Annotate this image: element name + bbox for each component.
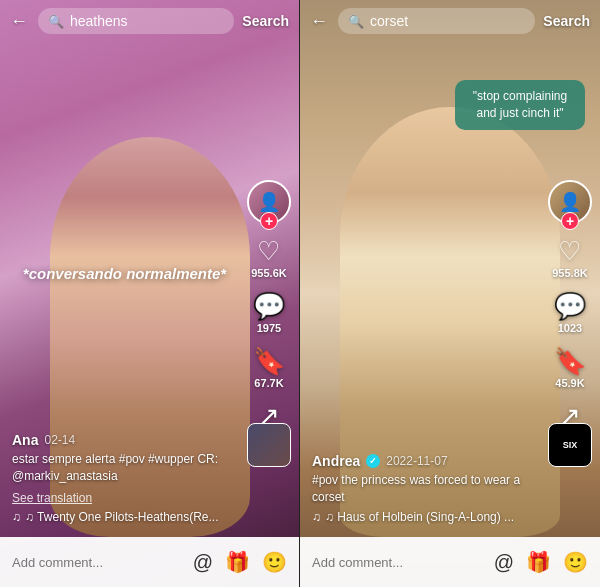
left-back-button[interactable]: ← bbox=[10, 11, 30, 32]
right-header: ← 🔍 corset Search bbox=[300, 0, 600, 42]
right-quote-bubble: "stop complaining and just cinch it" bbox=[455, 80, 585, 130]
right-bookmark-count: 45.9K bbox=[555, 377, 584, 389]
left-center-text: *conversando normalmente* bbox=[10, 264, 239, 284]
right-thumbnail-text: SIX bbox=[563, 440, 578, 451]
right-panel: ← 🔍 corset Search "stop complaining and … bbox=[300, 0, 600, 587]
left-search-button[interactable]: Search bbox=[242, 13, 289, 29]
left-action-bar: 👤 + ♡ 955.6K 💬 1975 🔖 67.7K ↗ 4320 bbox=[247, 180, 291, 444]
left-search-query: heathens bbox=[70, 13, 128, 29]
left-heart-icon: ♡ bbox=[257, 238, 280, 264]
left-bookmark-count: 67.7K bbox=[254, 377, 283, 389]
left-username-row: Ana 02-14 bbox=[12, 432, 232, 448]
left-panel: ← 🔍 heathens Search *conversando normalm… bbox=[0, 0, 300, 587]
right-search-icon: 🔍 bbox=[348, 14, 364, 29]
left-toolbar-icons: @ 🎁 🙂 bbox=[193, 550, 287, 574]
left-at-icon[interactable]: @ bbox=[193, 551, 213, 574]
right-music-text: ♫ Haus of Holbein (Sing-A-Long) ... bbox=[325, 510, 514, 524]
right-verified-badge: ✓ bbox=[366, 454, 380, 468]
right-thumbnail[interactable]: SIX bbox=[548, 423, 592, 467]
left-date: 02-14 bbox=[44, 433, 75, 447]
left-avatar-container[interactable]: 👤 + bbox=[247, 180, 291, 224]
right-music-row: ♫ ♫ Haus of Holbein (Sing-A-Long) ... bbox=[312, 510, 533, 524]
left-bookmark-icon: 🔖 bbox=[253, 348, 285, 374]
left-bottom-toolbar: @ 🎁 🙂 bbox=[0, 537, 299, 587]
left-search-icon: 🔍 bbox=[48, 14, 64, 29]
right-heart-icon: ♡ bbox=[558, 238, 581, 264]
right-music-icon: ♫ bbox=[312, 510, 321, 524]
right-bookmark-button[interactable]: 🔖 45.9K bbox=[554, 348, 586, 389]
left-comment-input[interactable] bbox=[12, 555, 183, 570]
right-toolbar-icons: @ 🎁 🙂 bbox=[494, 550, 588, 574]
right-comment-count: 1023 bbox=[558, 322, 582, 334]
right-search-button[interactable]: Search bbox=[543, 13, 590, 29]
right-comment-icon: 💬 bbox=[554, 293, 586, 319]
right-avatar-container[interactable]: 👤 + bbox=[548, 180, 592, 224]
left-bottom-info: Ana 02-14 estar sempre alerta #pov #wupp… bbox=[0, 424, 244, 532]
right-bottom-toolbar: @ 🎁 🙂 bbox=[300, 537, 600, 587]
right-bottom-info: Andrea ✓ 2022-11-07 #pov the princess wa… bbox=[300, 445, 545, 532]
left-bookmark-button[interactable]: 🔖 67.7K bbox=[253, 348, 285, 389]
right-comment-button[interactable]: 💬 1023 bbox=[554, 293, 586, 334]
left-like-count: 955.6K bbox=[251, 267, 286, 279]
right-date: 2022-11-07 bbox=[386, 454, 447, 468]
right-action-bar: 👤 + ♡ 955.8K 💬 1023 🔖 45.9K ↗ 1363 bbox=[548, 180, 592, 444]
left-gift-icon[interactable]: 🎁 bbox=[225, 550, 250, 574]
right-comment-input[interactable] bbox=[312, 555, 484, 570]
left-emoji-icon[interactable]: 🙂 bbox=[262, 550, 287, 574]
left-header: ← 🔍 heathens Search bbox=[0, 0, 299, 42]
right-username: Andrea bbox=[312, 453, 360, 469]
right-emoji-icon[interactable]: 🙂 bbox=[563, 550, 588, 574]
left-follow-button[interactable]: + bbox=[260, 212, 278, 230]
left-comment-icon: 💬 bbox=[253, 293, 285, 319]
right-follow-button[interactable]: + bbox=[561, 212, 579, 230]
left-comment-count: 1975 bbox=[257, 322, 281, 334]
left-music-icon: ♫ bbox=[12, 510, 21, 524]
left-thumbnail[interactable] bbox=[247, 423, 291, 467]
left-username: Ana bbox=[12, 432, 38, 448]
right-back-button[interactable]: ← bbox=[310, 11, 330, 32]
left-search-bar[interactable]: 🔍 heathens bbox=[38, 8, 234, 34]
left-like-button[interactable]: ♡ 955.6K bbox=[251, 238, 286, 279]
right-search-bar[interactable]: 🔍 corset bbox=[338, 8, 535, 34]
right-caption: #pov the princess was forced to wear a c… bbox=[312, 472, 533, 506]
left-music-row: ♫ ♫ Twenty One Pilots-Heathens(Re... bbox=[12, 510, 232, 524]
left-comment-button[interactable]: 💬 1975 bbox=[253, 293, 285, 334]
right-bookmark-icon: 🔖 bbox=[554, 348, 586, 374]
right-at-icon[interactable]: @ bbox=[494, 551, 514, 574]
right-gift-icon[interactable]: 🎁 bbox=[526, 550, 551, 574]
right-username-row: Andrea ✓ 2022-11-07 bbox=[312, 453, 533, 469]
right-search-query: corset bbox=[370, 13, 408, 29]
right-like-count: 955.8K bbox=[552, 267, 587, 279]
right-like-button[interactable]: ♡ 955.8K bbox=[552, 238, 587, 279]
left-music-text: ♫ Twenty One Pilots-Heathens(Re... bbox=[25, 510, 219, 524]
left-caption: estar sempre alerta #pov #wupper CR: @ma… bbox=[12, 451, 232, 485]
left-see-translation[interactable]: See translation bbox=[12, 491, 92, 505]
